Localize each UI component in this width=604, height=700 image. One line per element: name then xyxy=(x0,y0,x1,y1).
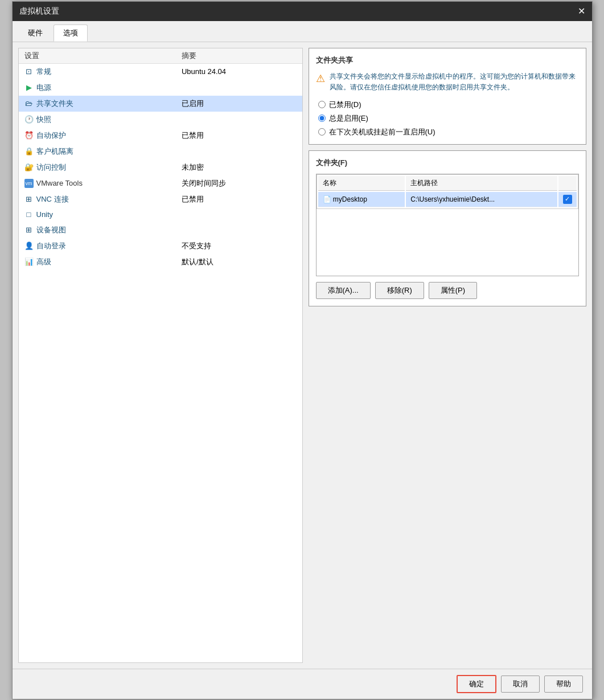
folder-path: C:\Users\yxhueimie\Deskt... xyxy=(406,192,557,207)
warning-text: 共享文件夹会将您的文件显示给虚拟机中的程序。这可能为您的计算机和数据带来风险。请… xyxy=(330,71,579,93)
lock-icon: 🔒 xyxy=(24,147,34,156)
table-row[interactable]: □ Unity xyxy=(19,207,302,222)
folder-doc-icon: 📄 xyxy=(323,195,331,203)
row-value-power xyxy=(176,80,302,96)
dialog-window: 虚拟机设置 ✕ 硬件 选项 设置 摘要 xyxy=(12,1,593,699)
folder-name: 📄 myDesktop xyxy=(318,192,405,207)
row-label-access-control: 🔐 访问控制 xyxy=(24,162,170,173)
radio-always-on[interactable]: 总是启用(E) xyxy=(318,113,579,124)
table-row[interactable]: ⏰ 自动保护 已禁用 xyxy=(19,128,302,144)
col-summary: 摘要 xyxy=(176,48,302,64)
unity-icon: □ xyxy=(24,210,34,219)
row-label-vmware-tools: vm VMware Tools xyxy=(24,179,170,188)
folder-btn-row: 添加(A)... 移除(R) 属性(P) xyxy=(316,282,579,299)
col-path: 主机路径 xyxy=(406,176,557,191)
help-button[interactable]: 帮助 xyxy=(544,676,583,693)
vnc-icon: ⊞ xyxy=(24,195,34,204)
table-row[interactable]: 🔒 客户机隔离 xyxy=(19,144,302,159)
row-label-guest-isolation: 🔒 客户机隔离 xyxy=(24,146,170,157)
folder-section-title: 文件夹(F) xyxy=(316,158,579,168)
row-value-vnc: 已禁用 xyxy=(176,191,302,207)
settings-table: 设置 摘要 ⊡ 常规 Ubuntu 24.04 xyxy=(19,48,302,270)
shared-folders-title: 文件夹共享 xyxy=(316,55,579,66)
user-icon: 👤 xyxy=(24,241,34,251)
table-row[interactable]: ⊞ 设备视图 xyxy=(19,222,302,238)
row-value-shared-folders: 已启用 xyxy=(176,96,302,112)
row-value-access-control: 未加密 xyxy=(176,159,302,175)
shared-folders-section: 文件夹共享 ⚠ 共享文件夹会将您的文件显示给虚拟机中的程序。这可能为您的计算机和… xyxy=(309,48,586,145)
clock-icon: ⏰ xyxy=(24,131,34,140)
row-label-advanced: 📊 高级 xyxy=(24,257,170,267)
dialog-title: 虚拟机设置 xyxy=(19,6,59,17)
folder-table: 名称 主机路径 📄 myDesktop C:\U xyxy=(317,174,578,209)
row-value-autosave: 已禁用 xyxy=(176,128,302,144)
folder-section: 文件夹(F) 名称 主机路径 xyxy=(309,150,586,306)
row-label-device-view: ⊞ 设备视图 xyxy=(24,225,170,235)
remove-button[interactable]: 移除(R) xyxy=(375,282,424,299)
row-label-shared-folders: 🗁 共享文件夹 xyxy=(24,99,170,109)
vmtools-icon: vm xyxy=(24,179,34,188)
table-row[interactable]: ⊡ 常规 Ubuntu 24.04 xyxy=(19,63,302,80)
radio-disabled[interactable]: 已禁用(D) xyxy=(318,100,579,110)
bottom-bar: 确定 取消 帮助 xyxy=(13,669,592,699)
row-value-autologin: 不受支持 xyxy=(176,238,302,254)
settings-panel: 设置 摘要 ⊡ 常规 Ubuntu 24.04 xyxy=(18,48,303,663)
close-button[interactable]: ✕ xyxy=(578,7,585,16)
tab-hardware[interactable]: 硬件 xyxy=(18,24,52,42)
table-row[interactable]: 📄 myDesktop C:\Users\yxhueimie\Deskt... … xyxy=(318,192,577,207)
radio-group: 已禁用(D) 总是启用(E) 在下次关机或挂起前一直启用(U) xyxy=(318,100,579,137)
table-row[interactable]: 📊 高级 默认/默认 xyxy=(19,254,302,270)
row-label-autologin: 👤 自动登录 xyxy=(24,241,170,251)
ok-button[interactable]: 确定 xyxy=(457,675,496,693)
col-name: 名称 xyxy=(318,176,405,191)
access-lock-icon: 🔐 xyxy=(24,163,34,172)
table-row[interactable]: 🔐 访问控制 未加密 xyxy=(19,159,302,175)
content-area: 设置 摘要 ⊡ 常规 Ubuntu 24.04 xyxy=(13,42,592,669)
table-row[interactable]: vm VMware Tools 关闭时间同步 xyxy=(19,175,302,191)
tab-options[interactable]: 选项 xyxy=(54,24,88,42)
add-button[interactable]: 添加(A)... xyxy=(316,282,371,299)
right-panel: 文件夹共享 ⚠ 共享文件夹会将您的文件显示给虚拟机中的程序。这可能为您的计算机和… xyxy=(309,48,586,663)
table-row[interactable]: ⊞ VNC 连接 已禁用 xyxy=(19,191,302,207)
table-row[interactable]: 👤 自动登录 不受支持 xyxy=(19,238,302,254)
title-bar: 虚拟机设置 ✕ xyxy=(13,2,592,21)
table-row[interactable]: 🕐 快照 xyxy=(19,112,302,128)
warning-icon: ⚠ xyxy=(316,72,325,93)
folder-table-container: 名称 主机路径 📄 myDesktop C:\U xyxy=(316,174,579,276)
row-label-power: ▶ 电源 xyxy=(24,83,170,93)
row-value-advanced: 默认/默认 xyxy=(176,254,302,270)
device-icon: ⊞ xyxy=(24,226,34,235)
radio-next-power[interactable]: 在下次关机或挂起前一直启用(U) xyxy=(318,127,579,137)
enabled-checkbox[interactable]: ✓ xyxy=(563,195,572,204)
radio-disabled-input[interactable] xyxy=(318,101,326,108)
row-label-vnc: ⊞ VNC 连接 xyxy=(24,194,170,204)
row-value-general: Ubuntu 24.04 xyxy=(176,63,302,80)
table-row[interactable]: ▶ 电源 xyxy=(19,80,302,96)
cancel-button[interactable]: 取消 xyxy=(501,676,540,693)
snapshot-icon: 🕐 xyxy=(24,115,34,124)
row-value-vmware-tools: 关闭时间同步 xyxy=(176,175,302,191)
row-label-snapshot: 🕐 快照 xyxy=(24,114,170,125)
warning-block: ⚠ 共享文件夹会将您的文件显示给虚拟机中的程序。这可能为您的计算机和数据带来风险… xyxy=(316,71,579,93)
monitor-icon: ⊡ xyxy=(24,67,34,76)
properties-button[interactable]: 属性(P) xyxy=(429,282,477,299)
col-settings: 设置 xyxy=(19,48,176,64)
radio-always-on-input[interactable] xyxy=(318,114,326,122)
col-enabled xyxy=(558,176,577,191)
folder-enabled-check: ✓ xyxy=(558,192,577,207)
power-icon: ▶ xyxy=(24,83,34,92)
table-row[interactable]: 🗁 共享文件夹 已启用 xyxy=(19,96,302,112)
tab-bar: 硬件 选项 xyxy=(13,21,592,42)
row-label-autosave: ⏰ 自动保护 xyxy=(24,130,170,141)
shared-folder-icon: 🗁 xyxy=(24,99,34,108)
chart-icon: 📊 xyxy=(24,257,34,267)
row-label-general: ⊡ 常规 xyxy=(24,67,170,77)
radio-next-power-input[interactable] xyxy=(318,128,326,136)
row-label-unity: □ Unity xyxy=(24,210,170,219)
